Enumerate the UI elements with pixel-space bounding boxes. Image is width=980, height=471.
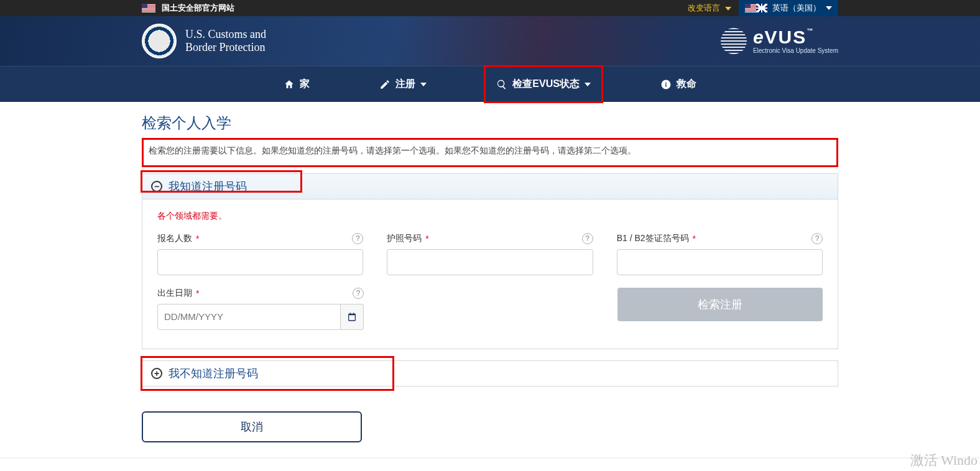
change-language-link[interactable]: 改变语言 <box>688 2 731 14</box>
intro-box: 检索您的注册需要以下信息。如果您知道您的注册号码，请选择第一个选项。如果您不知道… <box>142 138 838 167</box>
evus-logo: eVUS™ Electronic Visa Update System <box>721 28 838 54</box>
search-icon <box>496 79 507 90</box>
accordion-know-number: − 我知道注册号码 各个领域都需要。 报名人数 * ? 护照号码 * <box>142 173 838 349</box>
edit-icon <box>379 79 391 90</box>
passport-input[interactable] <box>387 249 593 275</box>
plus-circle-icon: + <box>151 368 162 379</box>
accordion-header-know[interactable]: − 我知道注册号码 <box>142 174 838 199</box>
field-passport: 护照号码 * ? <box>387 233 593 275</box>
activate-windows-watermark: 激活 Windo <box>910 451 978 470</box>
flags-icon <box>745 4 767 12</box>
evus-brand: eVUS™ <box>753 28 838 47</box>
dob-input[interactable] <box>157 304 341 330</box>
topbar: 国土安全部官方网站 改变语言 英语（美国） <box>0 0 980 16</box>
passport-label: 护照号码 <box>387 233 422 244</box>
evus-subtitle: Electronic Visa Update System <box>753 48 838 54</box>
field-visa: B1 / B2签证箔号码 * ? <box>617 233 823 275</box>
retrieve-button[interactable]: 检索注册 <box>617 288 823 321</box>
enrollment-label: 报名人数 <box>157 233 192 244</box>
required-star: * <box>693 234 696 244</box>
accordion-header-dont-know[interactable]: + 我不知道注册号码 <box>142 361 838 386</box>
us-flag-icon <box>142 4 155 12</box>
actions: 取消 <box>142 411 838 442</box>
hero-banner: U.S. Customs and Border Protection eVUS™… <box>0 16 980 66</box>
required-star: * <box>196 234 199 244</box>
required-message: 各个领域都需要。 <box>157 211 823 222</box>
submit-wrap: 检索注册 <box>617 288 823 330</box>
required-star: * <box>425 234 428 244</box>
required-star: * <box>196 288 199 298</box>
help-icon[interactable]: ? <box>811 233 823 244</box>
divider <box>0 457 980 459</box>
nav-help[interactable]: i 救命 <box>649 66 708 102</box>
field-enrollment: 报名人数 * ? <box>157 233 363 275</box>
help-icon[interactable]: ? <box>582 233 593 244</box>
cbp-line2: Border Protection <box>185 41 266 54</box>
accordion-body-know: 各个领域都需要。 报名人数 * ? 护照号码 * ? <box>142 199 838 349</box>
visa-label: B1 / B2签证箔号码 <box>617 233 689 244</box>
accordion-header-text: 我知道注册号码 <box>169 179 247 194</box>
language-selected-text: 英语（美国） <box>772 2 821 14</box>
help-icon[interactable]: ? <box>352 233 363 244</box>
nav-register[interactable]: 注册 <box>368 66 438 102</box>
calendar-icon <box>347 312 357 322</box>
help-icon[interactable]: ? <box>353 288 364 299</box>
info-icon: i <box>660 79 672 90</box>
svg-text:i: i <box>665 80 667 88</box>
main-nav: 家 注册 检查EVUS状态 i 救命 <box>0 66 980 102</box>
enrollment-input[interactable] <box>157 249 363 275</box>
nav-home[interactable]: 家 <box>272 66 321 102</box>
accordion-dont-know-number: + 我不知道注册号码 <box>142 360 838 386</box>
dhs-seal-icon <box>142 24 177 58</box>
field-dob: 出生日期 * ? <box>157 288 364 330</box>
content: 检索个人入学 检索您的注册需要以下信息。如果您知道您的注册号码，请选择第一个选项… <box>142 113 838 442</box>
cbp-logo-block: U.S. Customs and Border Protection <box>142 24 266 58</box>
cbp-line1: U.S. Customs and <box>185 28 266 41</box>
nav-check-status[interactable]: 检查EVUS状态 <box>485 66 602 102</box>
topbar-site-label: 国土安全部官方网站 <box>142 2 234 14</box>
site-label-text: 国土安全部官方网站 <box>162 2 234 14</box>
caret-down-icon <box>826 6 832 10</box>
language-selector[interactable]: 英语（美国） <box>739 0 838 16</box>
accordion-header-text: 我不知道注册号码 <box>169 366 258 381</box>
dob-label: 出生日期 <box>157 288 192 299</box>
caret-down-icon <box>725 7 731 11</box>
page-title: 检索个人入学 <box>142 113 838 133</box>
caret-down-icon <box>585 83 591 86</box>
visa-input[interactable] <box>617 249 823 275</box>
home-icon <box>284 79 295 90</box>
cancel-button[interactable]: 取消 <box>142 411 362 442</box>
minus-circle-icon: − <box>151 181 162 192</box>
caret-down-icon <box>420 83 427 86</box>
calendar-button[interactable] <box>341 304 364 330</box>
globe-icon <box>721 28 747 54</box>
intro-text: 检索您的注册需要以下信息。如果您知道您的注册号码，请选择第一个选项。如果您不知道… <box>149 145 636 155</box>
